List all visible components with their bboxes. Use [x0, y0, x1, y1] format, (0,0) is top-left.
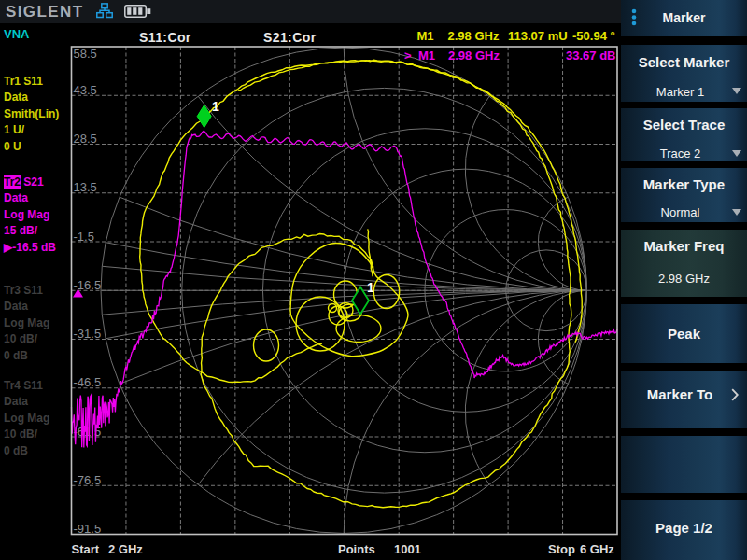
svg-text:1: 1: [212, 99, 219, 114]
svg-text:M1: M1: [417, 29, 434, 43]
svg-text:43.5: 43.5: [74, 83, 97, 97]
svg-text:58.5: 58.5: [74, 47, 97, 61]
svg-text:M1: M1: [418, 49, 435, 63]
svg-text:-46.5: -46.5: [74, 375, 102, 389]
svg-text:1: 1: [367, 280, 374, 295]
svg-text:2.98 GHz: 2.98 GHz: [448, 49, 500, 63]
svg-text:28.5: 28.5: [74, 132, 97, 146]
svg-text:33.67 dB: 33.67 dB: [566, 49, 615, 63]
svg-text:-76.5: -76.5: [74, 473, 102, 487]
svg-text:>: >: [404, 49, 412, 63]
svg-text:2.98 GHz: 2.98 GHz: [448, 29, 500, 43]
svg-text:13.5: 13.5: [74, 180, 97, 194]
svg-text:-31.5: -31.5: [74, 327, 102, 341]
svg-text:-1.5: -1.5: [74, 230, 94, 244]
svg-text:113.07 mU: 113.07 mU: [508, 29, 568, 43]
svg-text:-50.94 °: -50.94 °: [572, 29, 615, 43]
